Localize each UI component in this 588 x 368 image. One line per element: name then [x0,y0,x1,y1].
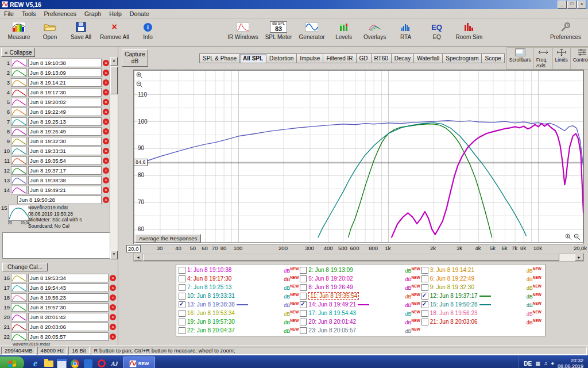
graph-tab[interactable]: GD [356,53,372,63]
measurement-date-field[interactable]: Jun 8 19:33:31 [28,147,102,155]
measurement-date-field[interactable]: Jun 8 19:54:43 [28,283,109,292]
legend-checkbox[interactable]: ✓ [179,327,185,334]
close-measurement-icon[interactable]: × [103,128,109,135]
legend-label[interactable]: 13: Jun 8 19:38:38 [187,301,235,308]
measurement-date-field[interactable]: Jun 8 19:37:17 [28,166,102,175]
legend-checkbox[interactable]: ✓ [300,284,307,291]
menu-item[interactable]: Preferences [40,10,80,17]
legend-label[interactable]: 6: Jun 8 19:22:49 [430,275,474,282]
legend-checkbox[interactable]: ✓ [300,267,307,274]
measurement-row[interactable]: 16 Jun 8 19:53:34 × [0,273,117,283]
measurement-date-field[interactable]: Jun 8 19:53:34 [28,274,109,282]
legend-checkbox[interactable]: ✓ [421,310,428,317]
legend-entry[interactable]: ✓ 15: Jun 8 19:50:28 dBNEW [421,300,543,309]
legend-checkbox[interactable]: ✓ [421,284,428,291]
legend-label[interactable]: 4: Jun 8 19:17:30 [187,275,231,282]
close-measurement-icon[interactable]: × [103,167,109,174]
measurement-row[interactable]: 8 Jun 8 19:26:49 × [0,126,110,136]
measurement-date-field[interactable]: Jun 8 20:01:42 [28,313,109,321]
levels-button[interactable]: Levels [328,19,359,41]
measurement-date-field[interactable]: Jun 8 19:26:49 [28,127,102,136]
measurement-date-field[interactable]: Jun 8 19:50:28 [17,195,102,204]
graph-tab[interactable]: RT60 [371,53,392,63]
scroll-left-icon[interactable]: ◄ [134,254,142,261]
measurement-row[interactable]: 6 Jun 8 19:22:49 × [0,107,110,117]
measurement-date-field[interactable]: Jun 8 19:17:30 [28,88,102,97]
collapse-button[interactable]: « Collapse [1,48,35,57]
graph-tab[interactable]: Decay [391,53,414,63]
legend-label[interactable]: 20: Jun 8 20:01:42 [308,319,356,325]
legend-checkbox[interactable]: ✓ [421,319,428,325]
close-measurement-icon[interactable]: × [103,109,109,115]
maximize-button[interactable]: □ [567,1,577,9]
measurement-date-field[interactable]: Jun 8 19:22:49 [28,108,102,116]
legend-label[interactable]: 7: Jun 8 19:25:13 [187,284,231,290]
volume-icon[interactable]: ♫ [544,361,548,366]
graph-tab[interactable]: Spectrogram [442,53,482,63]
measurement-row[interactable]: 11 Jun 8 19:35:54 × [0,156,110,166]
legend-label[interactable]: 10: Jun 8 19:33:31 [187,293,235,299]
legend-checkbox[interactable]: ✓ [421,301,428,308]
close-measurement-icon[interactable]: × [110,294,116,301]
menu-item[interactable]: File [0,10,18,17]
close-measurement-icon[interactable]: × [110,304,116,310]
legend-checkbox[interactable]: ✓ [421,275,428,282]
close-measurement-icon[interactable]: × [110,334,116,340]
legend-checkbox[interactable]: ✓ [179,275,185,282]
legend-entry[interactable]: ✓ 12: Jun 8 19:37:17 dBNEW [421,292,543,300]
taskbar-app-icon[interactable] [82,357,94,368]
legend-label[interactable]: 8: Jun 8 19:26:49 [308,284,353,290]
legend-checkbox[interactable]: ✓ [300,301,307,308]
measurement-row[interactable]: 2 Jun 8 19:13:09 × [0,68,110,78]
spl-meter-button[interactable]: dB SPL83 SPL Meter [262,19,296,41]
legend-label[interactable]: 18: Jun 8 19:56:23 [430,310,478,316]
close-measurement-icon[interactable]: × [103,197,109,203]
average-responses-button[interactable]: Average the Responses [135,234,201,243]
close-measurement-icon[interactable]: × [110,285,116,291]
close-measurement-icon[interactable]: × [103,158,109,164]
legend-checkbox[interactable]: ✓ [179,310,185,317]
zoom-in-icon[interactable] [565,233,572,241]
close-button[interactable]: × [577,1,586,9]
measurement-date-field[interactable]: Jun 8 19:38:38 [28,176,102,185]
sidebar-scrollbar[interactable]: ▲ ▼ [110,57,118,259]
measurement-row[interactable]: 1 Jun 8 19:10:38 × [0,58,110,68]
taskbar-rew-button[interactable]: REW [123,356,155,368]
close-measurement-icon[interactable]: × [103,89,109,95]
scroll-up-icon[interactable]: ▲ [110,57,118,66]
legend-entry[interactable]: ✓ 16: Jun 8 19:53:34 dBNEW [179,309,300,317]
close-measurement-icon[interactable]: × [103,138,109,144]
measurement-date-field[interactable]: Jun 8 19:32:30 [28,137,102,145]
measurement-row[interactable]: 10 Jun 8 19:33:31 × [0,146,110,156]
menu-item[interactable]: Help [105,10,126,17]
legend-entry[interactable]: ✓ 4: Jun 8 19:17:30 dBNEW [179,274,300,283]
taskbar-clock[interactable]: 20:32 08.06.2019 [558,358,583,368]
measurement-row[interactable]: 21 Jun 8 20:03:06 × [0,322,117,332]
taskbar-opera-icon[interactable] [95,357,107,368]
measurement-row[interactable]: 4 Jun 8 19:17:30 × [0,87,110,97]
legend-label[interactable]: 2: Jun 8 19:13:09 [308,267,353,273]
legend-entry[interactable]: ✓ 23: Jun 8 20:05:57 dBNEW [300,326,421,335]
measurement-date-field[interactable]: Jun 8 19:25:13 [28,117,102,126]
legend-entry[interactable]: ✓ 18: Jun 8 19:56:23 dBNEW [421,309,543,317]
x-axis-start-value[interactable]: 20,0 [126,245,141,252]
change-cal-button[interactable]: Change Cal... [2,263,48,271]
eq-button[interactable]: EQ EQ [421,19,452,41]
measurement-date-field[interactable]: Jun 8 19:35:54 [28,156,102,165]
taskbar-folder-icon[interactable] [42,357,55,368]
measurement-date-field[interactable]: Jun 8 19:56:23 [28,293,109,302]
measurement-date-field[interactable]: Jun 8 20:03:06 [28,323,109,331]
legend-entry[interactable]: ✓ 21: Jun 8 20:03:06 dBNEW [421,317,543,326]
measurement-date-field[interactable]: Jun 8 20:05:57 [28,332,109,341]
measurement-row[interactable]: 12 Jun 8 19:37:17 × [0,166,110,175]
selected-measurement-panel[interactable]: Jun 8 19:50:28 × 15 20 20,0k [0,195,118,231]
start-button[interactable] [0,356,24,368]
measurement-row[interactable]: 20 Jun 8 20:01:42 × [0,312,117,322]
controls-button[interactable]: Controls [570,47,588,70]
measurement-row[interactable]: 22 Jun 8 20:05:57 × [0,332,117,342]
tray-status-icon[interactable]: ● [551,361,554,366]
legend-label[interactable]: 23: Jun 8 20:05:57 [308,327,356,334]
menu-item[interactable]: Graph [80,10,105,17]
scrollbar-thumb[interactable] [110,67,118,94]
measurement-row[interactable]: 5 Jun 8 19:20:02 × [0,97,110,107]
